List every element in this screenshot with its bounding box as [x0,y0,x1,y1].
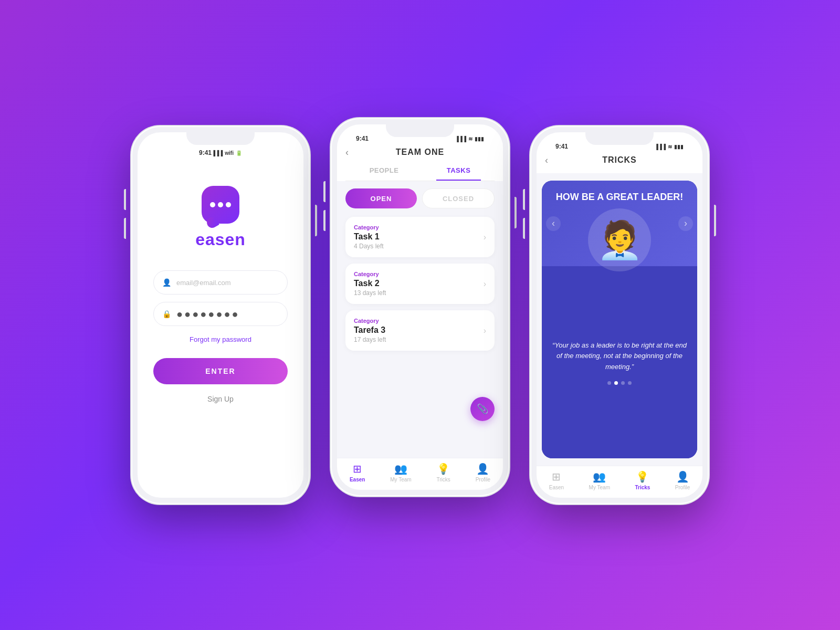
my-team-nav-icon: 👥 [593,470,606,483]
email-field[interactable]: 👤 email@email.com [153,270,288,295]
sign-up-link[interactable]: Sign Up [207,395,234,403]
task-info-1: Category Task 1 4 Days left [354,224,384,250]
back-arrow-icon[interactable]: ‹ [345,147,349,158]
tricks-screen: 9:41 ▐▐▐ ≋ ▮▮▮ ‹ TRICKS [537,132,702,498]
signal-icon: ▐▐▐ [655,144,666,150]
tricks-nav-label: Tricks [635,485,650,490]
forgot-password-link[interactable]: Forgot my password [190,335,251,343]
task-card-3[interactable]: Category Tarefa 3 17 days left › [345,310,495,351]
battery-icon: ▮▮▮ [674,144,684,150]
carousel-next-button[interactable]: › [678,216,693,231]
easen-nav-label: Easen [350,477,365,482]
my-team-nav-label: My Team [390,477,411,482]
lock-icon: 🔒 [162,310,171,318]
task-name-1: Task 1 [354,232,384,242]
tabs-row: PEOPLE TASKS [345,161,495,181]
nav-item-my-team[interactable]: 👥 My Team [589,470,610,490]
notch [585,132,654,145]
task-category-2: Category [354,271,386,277]
carousel-dot-4 [628,381,632,385]
task-category-3: Category [354,318,386,324]
password-field[interactable]: 🔒 ●●●●●●●● [153,302,288,326]
volume-up-button [323,181,326,202]
profile-nav-icon: 👤 [676,470,689,483]
phone-tricks: 9:41 ▐▐▐ ≋ ▮▮▮ ‹ TRICKS [530,126,709,504]
power-button [514,197,517,228]
task-card-2[interactable]: Category Task 2 13 days left › [345,264,495,304]
status-icons: ▐▐▐ wifi 🔋 [212,150,242,156]
my-team-nav-icon: 👥 [394,463,407,475]
task-chevron-icon-1: › [484,233,486,242]
logo-dot-3 [226,202,231,207]
volume-up-button [523,189,525,210]
nav-item-tricks[interactable]: 💡 Tricks [635,470,650,490]
profile-nav-label: Profile [675,485,690,490]
easen-nav-label: Easen [549,485,564,490]
volume-down-button [523,218,525,239]
tasks-screen-title: TEAM ONE [396,148,444,157]
tricks-screen-title: TRICKS [602,155,637,165]
logo-dot-2 [218,202,223,207]
task-category-1: Category [354,224,384,230]
nav-item-easen[interactable]: ⊞ Easen [549,470,564,490]
task-chevron-icon-3: › [484,326,486,335]
logo-area: easen [195,186,246,249]
my-team-nav-label: My Team [589,485,610,490]
nav-item-tricks[interactable]: 💡 Tricks [437,463,450,482]
nav-item-easen[interactable]: ⊞ Easen [350,463,365,482]
easen-nav-icon: ⊞ [353,463,362,475]
phone-tasks: 9:41 ▐▐▐ ≋ ▮▮▮ ‹ TEAM ONE PEOPLE [331,118,509,496]
tricks-content: HOW BE A GREAT LEADER! 🧑‍💼 ‹ › “Your job… [537,173,702,466]
tricks-nav-icon: 💡 [636,470,649,483]
carousel-prev-button[interactable]: ‹ [546,216,561,231]
tricks-card-top: HOW BE A GREAT LEADER! 🧑‍💼 ‹ › [542,181,697,266]
nav-item-profile[interactable]: 👤 Profile [476,463,490,482]
status-time: 9:41 [555,143,568,150]
nav-item-my-team[interactable]: 👥 My Team [390,463,411,482]
signal-icon: ▐▐▐ [212,150,223,156]
nav-item-profile[interactable]: 👤 Profile [675,470,690,490]
open-closed-toggle: OPEN CLOSED [345,188,495,208]
email-placeholder: email@email.com [176,279,279,287]
tasks-content: OPEN CLOSED Category Task 1 4 Days left … [337,181,503,458]
wifi-icon: ≋ [668,144,672,150]
user-icon: 👤 [162,278,171,287]
profile-nav-icon: 👤 [476,463,489,475]
task-card-1[interactable]: Category Task 1 4 Days left › [345,217,495,257]
app-logo-icon [202,186,239,224]
logo-dots [210,202,231,207]
wifi-icon: ≋ [468,136,472,142]
easen-nav-icon: ⊞ [552,470,561,483]
tricks-quote: “Your job as a leader is to be right at … [552,340,687,373]
tab-tasks[interactable]: TASKS [436,161,481,181]
status-time: 9:41 [199,149,212,156]
bottom-nav: ⊞ Easen 👥 My Team 💡 Tricks 👤 Profile [537,466,702,498]
add-task-icon: 📎 [477,403,488,415]
tricks-card-title: HOW BE A GREAT LEADER! [556,191,683,203]
tab-people[interactable]: PEOPLE [359,161,410,181]
status-time: 9:41 [356,135,369,142]
task-info-3: Category Tarefa 3 17 days left [354,318,386,343]
volume-down-button [323,210,326,231]
character-circle: 🧑‍💼 [588,208,651,271]
tricks-nav-label: Tricks [437,477,450,482]
enter-button[interactable]: ENTER [153,358,288,384]
character-emoji: 🧑‍💼 [597,222,643,258]
tricks-card: HOW BE A GREAT LEADER! 🧑‍💼 ‹ › “Your job… [542,181,697,458]
task-days-3: 17 days left [354,336,386,343]
phones-container: 9:41 ▐▐▐ wifi 🔋 eas [131,126,709,504]
task-chevron-icon-2: › [484,279,486,289]
power-button [315,205,317,236]
add-task-fab[interactable]: 📎 [470,397,495,421]
open-toggle-button[interactable]: OPEN [345,188,417,208]
back-arrow-icon[interactable]: ‹ [545,155,548,166]
login-screen: 9:41 ▐▐▐ wifi 🔋 eas [138,132,303,498]
carousel-dot-3 [621,381,625,385]
tasks-screen: 9:41 ▐▐▐ ≋ ▮▮▮ ‹ TEAM ONE PEOPLE [337,124,503,490]
carousel-dot-1 [607,381,611,385]
task-days-1: 4 Days left [354,243,384,250]
volume-up-button [124,189,126,210]
notch [186,132,255,145]
closed-toggle-button[interactable]: CLOSED [422,188,495,208]
carousel-dots [607,381,632,385]
